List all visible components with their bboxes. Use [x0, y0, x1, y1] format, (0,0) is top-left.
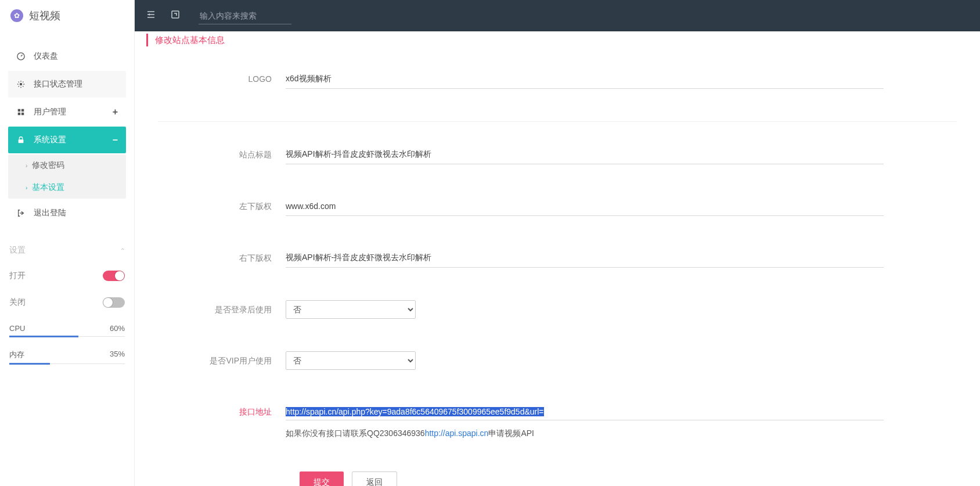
- topbar: [135, 0, 980, 31]
- logo-label: LOGO: [146, 70, 286, 84]
- api-hint-link[interactable]: http://api.spapi.cn: [425, 429, 489, 438]
- chevron-up-icon: ⌃: [120, 247, 125, 254]
- close-toggle[interactable]: [103, 297, 125, 308]
- right-copy-label: 右下版权: [146, 249, 286, 264]
- svg-rect-4: [18, 113, 20, 115]
- svg-rect-5: [21, 113, 24, 115]
- subnav-system-settings: › 修改密码 › 基本设置: [8, 154, 126, 199]
- svg-rect-2: [18, 109, 20, 111]
- back-button[interactable]: 返回: [352, 471, 397, 486]
- toggle-row-close: 关闭: [9, 297, 125, 308]
- sidebar-item-system-settings[interactable]: 系统设置 –: [8, 127, 126, 153]
- site-title-input[interactable]: [286, 145, 884, 164]
- search-input[interactable]: [199, 8, 291, 24]
- cpu-meter: CPU 60%: [9, 324, 125, 337]
- subnav-item-label: 基本设置: [32, 182, 64, 193]
- sidebar-item-api-status[interactable]: 接口状态管理: [8, 71, 126, 98]
- mem-label: 内存: [9, 350, 24, 360]
- mem-percent: 35%: [110, 350, 125, 360]
- sidebar-item-dashboard[interactable]: 仪表盘: [8, 43, 126, 70]
- collapse-menu-icon[interactable]: [144, 10, 158, 21]
- mem-meter: 内存 35%: [9, 350, 125, 364]
- open-toggle[interactable]: [103, 271, 125, 281]
- api-addr-label: 接口地址: [146, 402, 286, 417]
- divider: [158, 121, 957, 122]
- left-copy-input[interactable]: [286, 197, 884, 216]
- api-hint: 如果你没有接口请联系QQ2306346936http://api.spapi.c…: [286, 429, 884, 439]
- subnav-item-basic-settings[interactable]: › 基本设置: [8, 177, 126, 199]
- brand-logo-icon: ✿: [10, 9, 23, 22]
- sidebar-item-logout[interactable]: 退出登陆: [8, 200, 126, 226]
- settings-panel: 设置 ⌃ 打开 关闭 CPU 60% 内存 35%: [0, 228, 134, 383]
- page-title: 修改站点基本信息: [146, 34, 968, 46]
- mem-fill: [9, 363, 50, 365]
- svg-rect-6: [19, 139, 24, 143]
- submit-button[interactable]: 提交: [300, 471, 344, 486]
- vip-required-label: 是否VIP用户使用: [146, 351, 286, 366]
- right-copy-input[interactable]: [286, 249, 884, 268]
- sidebar-item-label: 用户管理: [34, 107, 66, 117]
- api-addr-input[interactable]: http://spapi.cn/api.php?key=9ada8f6c5640…: [286, 402, 884, 420]
- sidebar-item-label: 仪表盘: [34, 51, 58, 62]
- gear-icon: [16, 80, 26, 89]
- main: 修改站点基本信息 LOGO 站点标题 左下版权 右下版权 是否登录后使用 否: [135, 31, 980, 486]
- sidebar-item-user-mgmt[interactable]: 用户管理 +: [8, 99, 126, 125]
- svg-rect-7: [172, 11, 179, 18]
- sidebar-item-label: 系统设置: [34, 135, 66, 145]
- svg-rect-3: [21, 109, 24, 111]
- logout-icon: [16, 208, 26, 218]
- refresh-icon[interactable]: [168, 10, 182, 21]
- minus-icon: –: [113, 135, 118, 145]
- settings-form: LOGO 站点标题 左下版权 右下版权 是否登录后使用 否 是否VIP用户使用: [135, 46, 980, 486]
- brand: ✿ 短视频: [0, 0, 134, 31]
- subnav-item-label: 修改密码: [32, 160, 64, 171]
- toggle-row-open: 打开: [9, 271, 125, 281]
- login-required-label: 是否登录后使用: [146, 300, 286, 315]
- users-icon: [16, 107, 26, 117]
- subnav-item-change-password[interactable]: › 修改密码: [8, 154, 126, 177]
- cpu-fill: [9, 336, 78, 337]
- chevron-right-icon: ›: [26, 185, 27, 191]
- cpu-percent: 60%: [110, 324, 125, 333]
- dashboard-icon: [16, 52, 26, 61]
- sidebar: ✿ 短视频 仪表盘 接口状态管理 用户管理 + 系统设置: [0, 0, 135, 486]
- nav: 仪表盘 接口状态管理 用户管理 + 系统设置 – › 修改密码: [0, 43, 134, 226]
- lock-icon: [16, 135, 26, 145]
- svg-point-1: [20, 83, 22, 85]
- button-row: 提交 返回: [146, 471, 968, 486]
- brand-name: 短视频: [29, 9, 60, 23]
- settings-panel-header[interactable]: 设置 ⌃: [9, 245, 125, 255]
- sidebar-item-label: 退出登陆: [34, 208, 66, 218]
- toggle-label: 关闭: [9, 297, 26, 308]
- login-required-select[interactable]: 否: [286, 300, 416, 319]
- chevron-right-icon: ›: [26, 163, 27, 169]
- site-title-label: 站点标题: [146, 145, 286, 160]
- toggle-label: 打开: [9, 271, 26, 281]
- logo-input[interactable]: [286, 70, 884, 89]
- vip-required-select[interactable]: 否: [286, 351, 416, 370]
- sidebar-item-label: 接口状态管理: [34, 79, 82, 89]
- plus-icon: +: [113, 107, 118, 117]
- left-copy-label: 左下版权: [146, 197, 286, 212]
- settings-panel-title: 设置: [9, 245, 26, 255]
- cpu-label: CPU: [9, 324, 25, 333]
